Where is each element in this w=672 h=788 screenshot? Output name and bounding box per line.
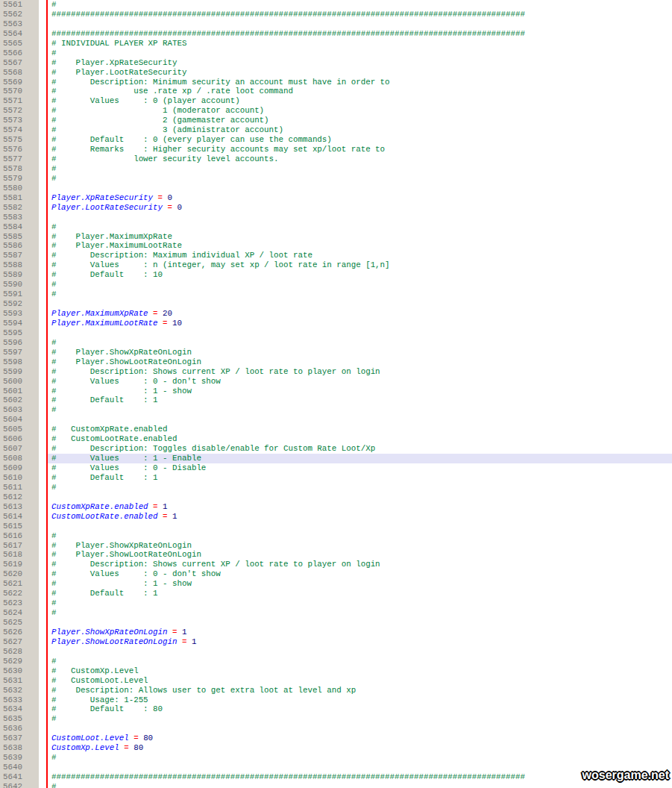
code-line[interactable]: 5584# xyxy=(0,222,672,232)
code-line[interactable]: 5561# xyxy=(0,0,672,10)
code-line[interactable]: 5589# Default : 10 xyxy=(0,270,672,280)
code-line[interactable]: 5638CustomXp.Level = 80 xyxy=(0,743,672,753)
code-content[interactable]: # use .rate xp / .rate loot command xyxy=(48,87,672,96)
code-line[interactable]: 5600# Values : 0 - don't show xyxy=(0,377,672,387)
code-line[interactable]: 5614CustomLootRate.enabled = 1 xyxy=(0,512,672,522)
code-content[interactable]: # 3 (administrator account) xyxy=(48,125,672,135)
code-content[interactable]: CustomXp.Level = 80 xyxy=(48,743,672,753)
code-content[interactable]: # : 1 - show xyxy=(48,387,672,396)
code-line[interactable]: 5580 xyxy=(0,184,672,193)
code-content[interactable] xyxy=(48,763,672,772)
code-area[interactable]: 5561#5562###############################… xyxy=(0,0,672,788)
code-line[interactable]: 5620# Values : 0 - don't show xyxy=(0,569,672,579)
code-line[interactable]: 5605# CustomXpRate.enabled xyxy=(0,425,672,434)
code-content[interactable]: Player.MaximumXpRate = 20 xyxy=(48,309,672,319)
code-line[interactable]: 5612 xyxy=(0,492,672,502)
code-line[interactable]: 5578# xyxy=(0,164,672,174)
code-line[interactable]: 5564####################################… xyxy=(0,29,672,39)
code-line[interactable]: 5594Player.MaximumLootRate = 10 xyxy=(0,319,672,328)
code-line[interactable]: 5567# Player.XpRateSecurity xyxy=(0,58,672,68)
code-content[interactable]: # Default : 1 xyxy=(48,473,672,483)
code-content[interactable]: # Player.ShowXpRateOnLogin xyxy=(48,348,672,357)
code-line[interactable]: 5573# 2 (gamemaster account) xyxy=(0,116,672,125)
code-content[interactable]: # xyxy=(48,174,672,184)
code-line[interactable]: 5592 xyxy=(0,299,672,309)
code-content[interactable]: # Default : 80 xyxy=(48,704,672,714)
code-line[interactable]: 5571# Values : 0 (player account) xyxy=(0,96,672,106)
code-line[interactable]: 5640 xyxy=(0,763,672,772)
code-content[interactable] xyxy=(48,522,672,531)
code-line[interactable]: 5586# Player.MaximumLootRate xyxy=(0,241,672,251)
code-line[interactable]: 5617# Player.ShowXpRateOnLogin xyxy=(0,541,672,551)
code-content[interactable]: # Player.ShowLootRateOnLogin xyxy=(48,550,672,560)
code-line[interactable]: 5619# Description: Shows current XP / lo… xyxy=(0,560,672,569)
code-line[interactable]: 5583 xyxy=(0,213,672,222)
code-content[interactable] xyxy=(48,213,672,222)
config-file-editor[interactable]: 5561#5562###############################… xyxy=(0,0,672,788)
code-line[interactable]: 5595 xyxy=(0,328,672,338)
code-line[interactable]: 5582Player.LootRateSecurity = 0 xyxy=(0,203,672,213)
code-content[interactable]: # xyxy=(48,0,672,10)
code-content[interactable]: # xyxy=(48,164,672,174)
code-content[interactable]: Player.ShowXpRateOnLogin = 1 xyxy=(48,628,672,637)
code-content[interactable]: # xyxy=(48,782,672,788)
code-line[interactable]: 5568# Player.LootRateSecurity xyxy=(0,68,672,78)
code-content[interactable]: # Description: Allows user to get extra … xyxy=(48,686,672,695)
code-line[interactable]: 5604 xyxy=(0,415,672,425)
code-content[interactable]: # xyxy=(48,49,672,58)
code-line[interactable]: 5626Player.ShowXpRateOnLogin = 1 xyxy=(0,628,672,637)
code-line[interactable]: 5639# xyxy=(0,753,672,763)
code-line[interactable]: 5575# Default : 0 (every player can use … xyxy=(0,135,672,145)
code-content[interactable] xyxy=(48,492,672,502)
code-line[interactable]: 5574# 3 (administrator account) xyxy=(0,125,672,135)
code-content[interactable]: ########################################… xyxy=(48,29,672,39)
code-line[interactable]: 5633# Usage: 1-255 xyxy=(0,695,672,705)
code-line[interactable]: 5625 xyxy=(0,618,672,628)
code-line[interactable]: 5630# CustomXp.Level xyxy=(0,666,672,676)
code-line[interactable]: 5622# Default : 1 xyxy=(0,589,672,598)
code-content[interactable]: # Player.LootRateSecurity xyxy=(48,68,672,78)
code-line[interactable]: 5563 xyxy=(0,19,672,29)
code-line[interactable]: 5562####################################… xyxy=(0,10,672,19)
code-content[interactable]: # Values : 0 - Disable xyxy=(48,463,672,473)
code-content[interactable]: # xyxy=(48,222,672,232)
code-content[interactable]: # Player.ShowLootRateOnLogin xyxy=(48,357,672,367)
code-content[interactable]: # xyxy=(48,753,672,763)
code-line[interactable]: 5609# Values : 0 - Disable xyxy=(0,463,672,473)
code-line[interactable]: 5572# 1 (moderator account) xyxy=(0,106,672,116)
code-line[interactable]: 5599# Description: Shows current XP / lo… xyxy=(0,367,672,377)
code-content[interactable]: # xyxy=(48,531,672,541)
code-line[interactable]: 5629# xyxy=(0,657,672,666)
code-content[interactable]: CustomLootRate.enabled = 1 xyxy=(48,512,672,522)
code-content[interactable]: # CustomLoot.Level xyxy=(48,676,672,686)
code-content[interactable]: # xyxy=(48,338,672,348)
code-line[interactable]: 5628 xyxy=(0,647,672,657)
code-line[interactable]: 5597# Player.ShowXpRateOnLogin xyxy=(0,348,672,357)
code-content[interactable]: # lower security level accounts. xyxy=(48,154,672,164)
code-line[interactable]: 5601# : 1 - show xyxy=(0,387,672,396)
code-content[interactable]: # Values : 0 - don't show xyxy=(48,569,672,579)
code-line[interactable]: 5641####################################… xyxy=(0,772,672,782)
code-line[interactable]: 5576# Remarks : Higher security accounts… xyxy=(0,145,672,154)
code-line[interactable]: 5610# Default : 1 xyxy=(0,473,672,483)
code-content[interactable]: # INDIVIDUAL PLAYER XP RATES xyxy=(48,39,672,49)
code-content[interactable]: # Usage: 1-255 xyxy=(48,695,672,705)
code-line[interactable]: 5627Player.ShowLootRateOnLogin = 1 xyxy=(0,637,672,647)
code-content[interactable]: # 1 (moderator account) xyxy=(48,106,672,116)
code-content[interactable]: Player.MaximumLootRate = 10 xyxy=(48,319,672,328)
code-line[interactable]: 5636 xyxy=(0,724,672,734)
code-content[interactable]: # xyxy=(48,657,672,666)
code-content[interactable]: # Description: Shows current XP / loot r… xyxy=(48,560,672,569)
code-content[interactable]: # Player.XpRateSecurity xyxy=(48,58,672,68)
code-line[interactable]: 5637CustomLoot.Level = 80 xyxy=(0,734,672,743)
code-line[interactable]: 5569# Description: Minimum security an a… xyxy=(0,78,672,87)
code-content[interactable]: ########################################… xyxy=(48,10,672,19)
code-content[interactable]: # CustomLootRate.enabled xyxy=(48,434,672,444)
code-content[interactable]: # : 1 - show xyxy=(48,579,672,589)
code-line[interactable]: 5608# Values : 1 - Enable xyxy=(0,454,672,463)
code-content[interactable]: # Description: Maximum individual XP / l… xyxy=(48,251,672,260)
code-line[interactable]: 5607# Description: Toggles disable/enabl… xyxy=(0,444,672,454)
code-line[interactable]: 5623# xyxy=(0,598,672,608)
code-line[interactable]: 5631# CustomLoot.Level xyxy=(0,676,672,686)
code-content[interactable]: CustomXpRate.enabled = 1 xyxy=(48,502,672,512)
